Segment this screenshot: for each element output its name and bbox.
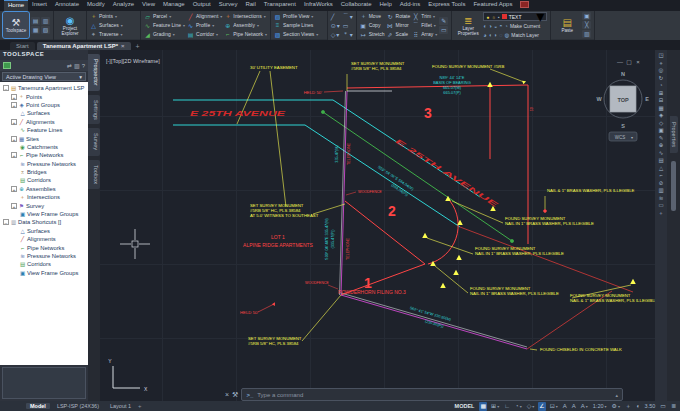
navbar-icon-4[interactable]: ◔ <box>659 82 662 88</box>
draw-tool-icon-1[interactable]: ⌒▾ <box>343 12 353 21</box>
tree-item-surfaces[interactable]: △Surfaces <box>0 227 88 235</box>
status-toggle-8[interactable]: A <box>571 402 577 411</box>
layout-tab-layout-1[interactable]: Layout 1 <box>106 403 135 409</box>
palettes-mini-icon-2[interactable]: ▦ <box>31 26 40 34</box>
ribbon-item-trim[interactable]: ╳Trim▾ <box>412 12 437 20</box>
draw-tool-icon-2[interactable]: ⊙▾ <box>331 22 340 29</box>
model-space-badge[interactable]: MODEL <box>455 403 475 409</box>
ribbon-item-profile-view[interactable]: ▧Profile View▾ <box>274 12 318 20</box>
tree-expander-icon[interactable]: + <box>11 119 17 125</box>
layer-tool-icon-1-2[interactable]: ◗ <box>494 32 497 38</box>
viewcube-north[interactable]: N <box>621 71 625 77</box>
status-toggle-16[interactable]: ≣ <box>670 402 677 411</box>
ribbon-item-array[interactable]: ⠿Array▾ <box>412 30 437 38</box>
tree-expander-icon[interactable]: + <box>11 203 17 209</box>
layer-tool-icon-0-2[interactable]: ◒ <box>494 23 497 29</box>
tree-item-intersections[interactable]: ＋Intersections <box>0 193 88 201</box>
menu-tab-view[interactable]: View <box>138 0 159 11</box>
layout-tab-lsp-isp-24x36[interactable]: LSP-ISP (24X36) <box>53 403 103 409</box>
scrollbar-thumb[interactable] <box>671 161 676 211</box>
tree-item-sites[interactable]: +▦Sites <box>0 134 88 142</box>
status-toggle-12[interactable]: ＋ <box>624 402 632 411</box>
viewcube-west[interactable]: W <box>596 96 602 102</box>
menu-tab-insert[interactable]: Insert <box>28 0 51 11</box>
status-toggle-6[interactable]: ⊡▾ <box>549 402 559 411</box>
ribbon-item-stretch[interactable]: ↦Stretch <box>360 30 385 38</box>
palettes-mini-icon-0[interactable]: ▤ <box>31 17 40 25</box>
ribbon-item-grading[interactable]: ◢Grading▾ <box>144 30 185 38</box>
draw-tool-icon-5[interactable]: ＊▾ <box>343 30 353 39</box>
ribbon-item-pipe-network[interactable]: ⌐Pipe Network▾ <box>224 30 267 38</box>
layout-tab-model[interactable]: Model <box>26 403 50 409</box>
ribbon-item-copy[interactable]: ▣Copy <box>360 21 385 29</box>
new-tab-button[interactable]: + <box>133 43 143 50</box>
layer-tool-icon-0-0[interactable]: ◐ <box>483 23 486 29</box>
tree-item-pressure-networks[interactable]: ≋Pressure Networks <box>0 160 88 168</box>
toolspace-tab-settings[interactable]: Settings <box>88 95 100 125</box>
toolspace-tab-survey[interactable]: Survey <box>88 128 100 155</box>
menu-tab-survey[interactable]: Survey <box>215 0 242 11</box>
menu-tab-home[interactable]: Home <box>4 0 28 11</box>
document-tab-tanemura-apartment-lsp[interactable]: Tanemura Apartment LSP*× <box>37 42 131 50</box>
status-toggle-10[interactable]: 1:20▾ <box>592 402 608 411</box>
menu-tab-collaborate[interactable]: Collaborate <box>337 0 376 11</box>
navbar-icon-15[interactable]: △ <box>659 165 663 171</box>
palettes-mini-icon-1[interactable]: ▥ <box>41 17 50 25</box>
viewcube-east[interactable]: E <box>645 96 649 102</box>
tree-item-data-shortcuts[interactable]: −▥Data Shortcuts [] <box>0 218 88 226</box>
ribbon-item-fillet[interactable]: ⌒Fillet▾ <box>412 21 437 29</box>
tree-item-view-frame-groups[interactable]: ▣View Frame Groups <box>0 269 88 277</box>
ribbon-item-sample-lines[interactable]: ≡Sample Lines <box>274 21 318 29</box>
toolspace-tab-toolbox[interactable]: Toolbox <box>88 160 100 189</box>
status-toggle-9[interactable]: A▾ <box>580 402 589 411</box>
menu-tab-modify[interactable]: Modify <box>83 0 109 11</box>
command-close-icon[interactable]: × <box>225 391 229 398</box>
explore-big-button[interactable]: ◉Project Explorer <box>57 12 83 38</box>
ribbon-item-mirror[interactable]: ⋈Mirror <box>387 21 411 29</box>
draw-tool-icon-0[interactable]: ╱ <box>331 12 340 21</box>
status-toggle-14[interactable]: 3.50 <box>644 402 657 411</box>
tree-expander-icon[interactable]: + <box>11 136 17 142</box>
menu-tab-analyze[interactable]: Analyze <box>109 0 138 11</box>
layer-tool-icon-1-4[interactable]: ◍ <box>505 32 510 38</box>
status-toggle-11[interactable]: ⚙▾ <box>611 402 621 411</box>
ribbon-item-intersections[interactable]: ＋Intersections▾ <box>224 12 267 20</box>
toolspace-tab-prospector[interactable]: Prospector <box>88 54 100 91</box>
ribbon-item-scale[interactable]: ⇗Scale <box>387 30 411 38</box>
ribbon-item-alignment[interactable]: ╱Alignment▾ <box>187 12 222 20</box>
command-customize-icon[interactable]: ⚒ <box>232 391 238 399</box>
viewcube-top-label[interactable]: TOP <box>617 97 629 103</box>
ribbon-item-assembly[interactable]: ⊕Assembly▾ <box>224 21 267 29</box>
tree-item-pipe-networks[interactable]: +⌐Pipe Networks <box>0 151 88 159</box>
clipboard-big-button[interactable]: ▤Paste <box>554 12 580 38</box>
layer-tool-icon-0-3[interactable]: ◓ <box>499 23 502 29</box>
draw-tool-icon-4[interactable]: ◇▾ <box>331 30 340 39</box>
window-restore-icon[interactable]: ▢ <box>626 59 632 65</box>
navbar-icon-16[interactable]: ⌐ <box>659 172 662 178</box>
layer-tool-icon-1-1[interactable]: ◖ <box>489 32 492 38</box>
toolspace-toolbar-icon-1[interactable]: ▥ <box>74 62 80 69</box>
viewport-controls[interactable]: [-][Top][2D Wireframe] <box>106 58 160 64</box>
clipboard-mini-icon-2[interactable]: ▥ <box>582 30 591 38</box>
navbar-icon-5[interactable]: ⊞ <box>659 90 664 96</box>
tree-item-feature-lines[interactable]: ∿Feature Lines <box>0 126 88 134</box>
menu-tab-infraworks[interactable]: InfraWorks <box>300 0 337 11</box>
command-expand-icon[interactable]: ▴ <box>615 392 618 398</box>
navbar-icon-0[interactable]: ◳ <box>658 52 663 58</box>
wcs-label[interactable]: WCS <box>615 135 626 140</box>
clipboard-mini-icon-1[interactable]: ╳ <box>582 21 591 29</box>
viewcube-south[interactable]: S <box>621 123 625 129</box>
toolspace-active-icon[interactable] <box>3 62 11 69</box>
menu-tab-express-tools[interactable]: Express Tools <box>424 0 469 11</box>
drawing-canvas[interactable]: [-][Top][2D Wireframe]—▢×30' UTILITY EAS… <box>100 50 655 401</box>
status-toggle-1[interactable]: ⊞▾ <box>490 402 500 411</box>
tree-expander-icon[interactable]: + <box>11 94 17 100</box>
navbar-icon-2[interactable]: ◎ <box>659 67 664 73</box>
status-toggle-7[interactable]: A <box>562 402 568 411</box>
menu-tab-add-ins[interactable]: Add-ins <box>396 0 424 11</box>
tree-expander-icon[interactable]: − <box>3 219 9 225</box>
navbar-icon-14[interactable]: ▤ <box>658 157 663 163</box>
layer-properties-button[interactable]: ≣Layer Properties <box>455 13 481 39</box>
menu-tab-manage[interactable]: Manage <box>159 0 189 11</box>
layer-tool-icon-0-1[interactable]: ◑ <box>489 23 492 29</box>
